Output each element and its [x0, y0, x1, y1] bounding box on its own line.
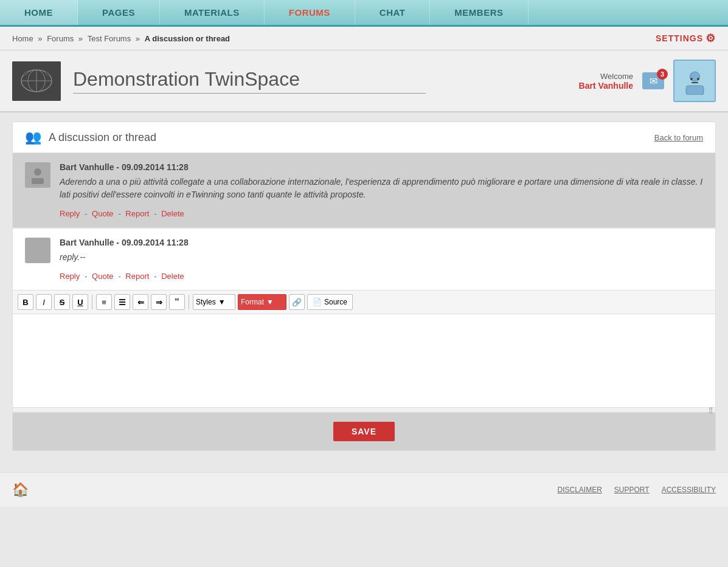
link-button[interactable]: 🔗 [289, 294, 305, 310]
post-avatar-reply [25, 238, 50, 263]
post-header-first: Bart Vanhulle - 09.09.2014 11:28 Aderend… [25, 162, 703, 218]
breadcrumb-separator-1: » [38, 34, 44, 43]
post-first: Bart Vanhulle - 09.09.2014 11:28 Aderend… [12, 153, 716, 228]
back-to-forum-link[interactable]: Back to forum [654, 133, 703, 142]
strikethrough-button[interactable]: S [54, 294, 70, 310]
styles-dropdown[interactable]: Styles ▼ [193, 294, 235, 310]
svg-rect-13 [32, 178, 44, 184]
toolbar-separator-1 [92, 295, 92, 309]
styles-label: Styles [196, 298, 216, 306]
breadcrumb-current: A discussion or thread [145, 34, 230, 43]
svg-rect-15 [32, 253, 44, 259]
welcome-text: Welcome [579, 72, 633, 81]
ordered-list-button[interactable]: ≡ [96, 294, 112, 310]
toolbar-separator-2 [189, 295, 189, 309]
post-date-reply: 09.09.2014 11:28 [122, 238, 189, 247]
message-count-badge: 3 [657, 69, 668, 80]
source-label: Source [324, 298, 347, 306]
styles-chevron-icon: ▼ [218, 298, 226, 306]
thread-title-area: 👥 A discussion or thread [25, 129, 156, 145]
top-navigation: HOME PAGES MATERIALS FORUMS CHAT MEMBERS [0, 0, 728, 27]
separator-2: - [118, 209, 123, 218]
welcome-username[interactable]: Bart Vanhulle [579, 81, 633, 91]
quote-link-first[interactable]: Quote [92, 209, 113, 218]
breadcrumb-forums[interactable]: Forums [47, 34, 74, 43]
post-actions-first: Reply - Quote - Report - Delete [60, 208, 703, 218]
nav-pages[interactable]: PAGES [78, 0, 160, 25]
editor-resize-handle[interactable]: ⣿ [13, 407, 715, 412]
format-chevron-icon: ▼ [266, 298, 274, 306]
site-logo [12, 61, 61, 101]
footer: 🏠 DISCLAIMER SUPPORT ACCESSIBILITY [0, 472, 728, 507]
settings-label: SETTINGS [656, 33, 703, 43]
delete-link-reply[interactable]: Delete [161, 272, 184, 281]
format-dropdown[interactable]: Format ▼ [238, 294, 286, 310]
footer-home-icon[interactable]: 🏠 [12, 482, 29, 498]
separator-1: - [85, 209, 89, 218]
svg-rect-11 [692, 82, 698, 83]
nav-members[interactable]: MEMBERS [430, 0, 528, 25]
breadcrumb-test-forums[interactable]: Test Forums [88, 34, 131, 43]
nav-forums[interactable]: FORUMS [265, 0, 355, 25]
site-header-right: Welcome Bart Vanhulle ✉ 3 [579, 60, 716, 102]
breadcrumb-separator-2: » [78, 34, 85, 43]
site-header-left: Demonstration TwinSpace [12, 61, 426, 101]
indent-button[interactable]: ⇒ [151, 294, 167, 310]
unordered-list-button[interactable]: ☰ [114, 294, 130, 310]
post-meta-reply: Bart Vanhulle - 09.09.2014 11:28 [60, 238, 703, 247]
delete-link-first[interactable]: Delete [161, 209, 184, 218]
separator-r1: - [85, 272, 89, 281]
save-button[interactable]: SAVE [333, 422, 395, 441]
format-label: Format [241, 298, 264, 306]
support-link[interactable]: SUPPORT [614, 486, 650, 494]
reply-link-first[interactable]: Reply [60, 209, 80, 218]
post-meta-first: Bart Vanhulle - 09.09.2014 11:28 [60, 162, 703, 172]
gear-icon: ⚙ [705, 32, 716, 45]
editor-textarea[interactable] [13, 314, 715, 405]
quote-link-reply[interactable]: Quote [92, 272, 113, 281]
editor-toolbar: B I S U ≡ ☰ ⇐ ⇒ " Styles ▼ Format ▼ 🔗 📄 … [13, 290, 715, 314]
user-avatar[interactable] [673, 60, 716, 102]
post-text-reply: reply.-- [60, 251, 703, 264]
nav-materials[interactable]: MATERIALS [160, 0, 265, 25]
disclaimer-link[interactable]: DISCLAIMER [557, 486, 601, 494]
svg-rect-8 [686, 86, 704, 95]
header-bar: Home » Forums » Test Forums » A discussi… [0, 27, 728, 50]
thread-header: 👥 A discussion or thread Back to forum [12, 122, 716, 153]
settings-button[interactable]: SETTINGS ⚙ [656, 32, 716, 45]
site-header: Demonstration TwinSpace Welcome Bart Van… [0, 50, 728, 112]
post-separator-reply: - [116, 238, 122, 247]
thread-icon: 👥 [25, 129, 41, 145]
underline-button[interactable]: U [72, 294, 88, 310]
svg-point-14 [34, 244, 41, 251]
breadcrumb-home[interactable]: Home [12, 34, 33, 43]
post-avatar-first [25, 162, 50, 188]
bold-button[interactable]: B [18, 294, 33, 310]
post-author-first: Bart Vanhulle [60, 162, 114, 172]
separator-r3: - [154, 272, 159, 281]
report-link-first[interactable]: Report [125, 209, 149, 218]
post-text-first: Aderendo a una o più attività collegate … [60, 176, 703, 201]
report-link-reply[interactable]: Report [125, 272, 149, 281]
source-button[interactable]: 📄 Source [307, 294, 353, 310]
save-area: SAVE [12, 413, 716, 451]
nav-chat[interactable]: CHAT [355, 0, 431, 25]
svg-point-5 [24, 72, 27, 75]
messages-button[interactable]: ✉ 3 [642, 72, 664, 89]
outdent-button[interactable]: ⇐ [133, 294, 148, 310]
resize-icon: ⣿ [709, 407, 713, 413]
post-date-first: 09.09.2014 11:28 [122, 162, 189, 172]
accessibility-link[interactable]: ACCESSIBILITY [662, 486, 716, 494]
separator-3: - [154, 209, 159, 218]
svg-point-9 [690, 78, 693, 80]
post-header-reply: Bart Vanhulle - 09.09.2014 11:28 reply.-… [25, 238, 703, 281]
site-title-area: Demonstration TwinSpace [73, 68, 426, 94]
svg-point-12 [34, 168, 41, 176]
nav-home[interactable]: HOME [0, 0, 78, 25]
post-content-reply: Bart Vanhulle - 09.09.2014 11:28 reply.-… [60, 238, 703, 281]
source-icon: 📄 [313, 298, 322, 306]
italic-button[interactable]: I [36, 294, 52, 310]
post-reply: Bart Vanhulle - 09.09.2014 11:28 reply.-… [12, 228, 716, 290]
reply-link-reply[interactable]: Reply [60, 272, 80, 281]
blockquote-button[interactable]: " [169, 294, 185, 310]
